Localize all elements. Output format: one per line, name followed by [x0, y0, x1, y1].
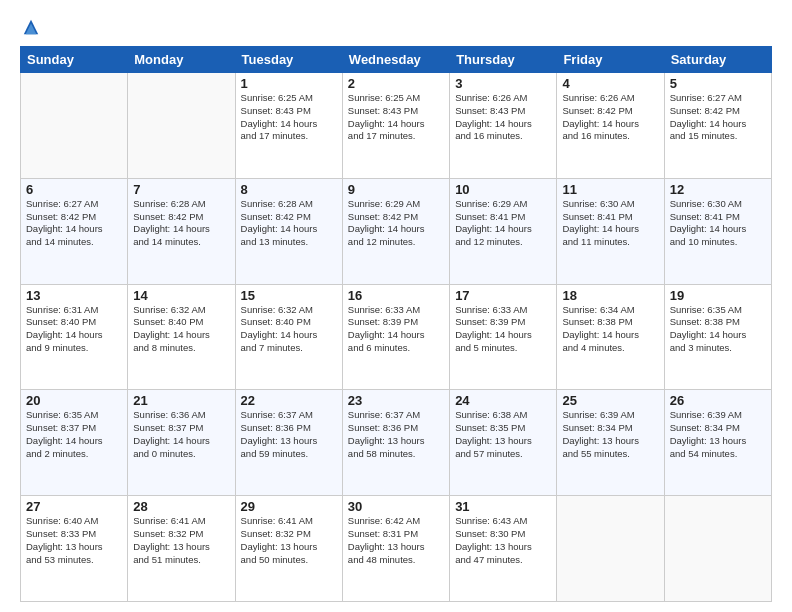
day-number: 8: [241, 182, 337, 197]
calendar-cell: 12Sunrise: 6:30 AM Sunset: 8:41 PM Dayli…: [664, 178, 771, 284]
day-info: Sunrise: 6:25 AM Sunset: 8:43 PM Dayligh…: [241, 92, 337, 143]
day-info: Sunrise: 6:33 AM Sunset: 8:39 PM Dayligh…: [455, 304, 551, 355]
day-number: 26: [670, 393, 766, 408]
day-number: 22: [241, 393, 337, 408]
weekday-header: Saturday: [664, 47, 771, 73]
day-info: Sunrise: 6:30 AM Sunset: 8:41 PM Dayligh…: [562, 198, 658, 249]
calendar-week-row: 6Sunrise: 6:27 AM Sunset: 8:42 PM Daylig…: [21, 178, 772, 284]
day-info: Sunrise: 6:28 AM Sunset: 8:42 PM Dayligh…: [241, 198, 337, 249]
day-info: Sunrise: 6:41 AM Sunset: 8:32 PM Dayligh…: [241, 515, 337, 566]
calendar-cell: 13Sunrise: 6:31 AM Sunset: 8:40 PM Dayli…: [21, 284, 128, 390]
day-number: 30: [348, 499, 444, 514]
day-number: 12: [670, 182, 766, 197]
weekday-header: Friday: [557, 47, 664, 73]
weekday-header: Tuesday: [235, 47, 342, 73]
calendar-cell: 26Sunrise: 6:39 AM Sunset: 8:34 PM Dayli…: [664, 390, 771, 496]
header: [20, 18, 772, 36]
logo: [20, 18, 40, 36]
calendar-cell: 28Sunrise: 6:41 AM Sunset: 8:32 PM Dayli…: [128, 496, 235, 602]
weekday-header: Wednesday: [342, 47, 449, 73]
calendar-cell: 9Sunrise: 6:29 AM Sunset: 8:42 PM Daylig…: [342, 178, 449, 284]
day-info: Sunrise: 6:42 AM Sunset: 8:31 PM Dayligh…: [348, 515, 444, 566]
day-number: 18: [562, 288, 658, 303]
calendar-cell: 1Sunrise: 6:25 AM Sunset: 8:43 PM Daylig…: [235, 73, 342, 179]
calendar-cell: 29Sunrise: 6:41 AM Sunset: 8:32 PM Dayli…: [235, 496, 342, 602]
weekday-header: Monday: [128, 47, 235, 73]
calendar-cell: 2Sunrise: 6:25 AM Sunset: 8:43 PM Daylig…: [342, 73, 449, 179]
calendar-cell: 30Sunrise: 6:42 AM Sunset: 8:31 PM Dayli…: [342, 496, 449, 602]
day-number: 21: [133, 393, 229, 408]
day-number: 1: [241, 76, 337, 91]
day-number: 7: [133, 182, 229, 197]
calendar-cell: 22Sunrise: 6:37 AM Sunset: 8:36 PM Dayli…: [235, 390, 342, 496]
day-number: 31: [455, 499, 551, 514]
day-info: Sunrise: 6:34 AM Sunset: 8:38 PM Dayligh…: [562, 304, 658, 355]
day-number: 2: [348, 76, 444, 91]
day-info: Sunrise: 6:38 AM Sunset: 8:35 PM Dayligh…: [455, 409, 551, 460]
day-number: 23: [348, 393, 444, 408]
day-info: Sunrise: 6:27 AM Sunset: 8:42 PM Dayligh…: [670, 92, 766, 143]
day-number: 27: [26, 499, 122, 514]
day-number: 16: [348, 288, 444, 303]
day-info: Sunrise: 6:28 AM Sunset: 8:42 PM Dayligh…: [133, 198, 229, 249]
day-number: 5: [670, 76, 766, 91]
day-number: 11: [562, 182, 658, 197]
day-info: Sunrise: 6:40 AM Sunset: 8:33 PM Dayligh…: [26, 515, 122, 566]
calendar-cell: 25Sunrise: 6:39 AM Sunset: 8:34 PM Dayli…: [557, 390, 664, 496]
calendar-cell: 8Sunrise: 6:28 AM Sunset: 8:42 PM Daylig…: [235, 178, 342, 284]
day-number: 3: [455, 76, 551, 91]
calendar-cell: 15Sunrise: 6:32 AM Sunset: 8:40 PM Dayli…: [235, 284, 342, 390]
day-info: Sunrise: 6:32 AM Sunset: 8:40 PM Dayligh…: [133, 304, 229, 355]
day-number: 28: [133, 499, 229, 514]
day-info: Sunrise: 6:29 AM Sunset: 8:42 PM Dayligh…: [348, 198, 444, 249]
day-info: Sunrise: 6:25 AM Sunset: 8:43 PM Dayligh…: [348, 92, 444, 143]
calendar-week-row: 1Sunrise: 6:25 AM Sunset: 8:43 PM Daylig…: [21, 73, 772, 179]
day-info: Sunrise: 6:35 AM Sunset: 8:37 PM Dayligh…: [26, 409, 122, 460]
calendar-cell: 11Sunrise: 6:30 AM Sunset: 8:41 PM Dayli…: [557, 178, 664, 284]
day-info: Sunrise: 6:43 AM Sunset: 8:30 PM Dayligh…: [455, 515, 551, 566]
calendar-cell: 6Sunrise: 6:27 AM Sunset: 8:42 PM Daylig…: [21, 178, 128, 284]
calendar-cell: 31Sunrise: 6:43 AM Sunset: 8:30 PM Dayli…: [450, 496, 557, 602]
day-info: Sunrise: 6:37 AM Sunset: 8:36 PM Dayligh…: [241, 409, 337, 460]
calendar-cell: 23Sunrise: 6:37 AM Sunset: 8:36 PM Dayli…: [342, 390, 449, 496]
day-number: 10: [455, 182, 551, 197]
weekday-header: Thursday: [450, 47, 557, 73]
day-number: 20: [26, 393, 122, 408]
calendar-cell: [21, 73, 128, 179]
day-number: 4: [562, 76, 658, 91]
day-number: 25: [562, 393, 658, 408]
calendar-cell: 20Sunrise: 6:35 AM Sunset: 8:37 PM Dayli…: [21, 390, 128, 496]
calendar-cell: [664, 496, 771, 602]
calendar-cell: 21Sunrise: 6:36 AM Sunset: 8:37 PM Dayli…: [128, 390, 235, 496]
day-number: 24: [455, 393, 551, 408]
weekday-header: Sunday: [21, 47, 128, 73]
calendar-week-row: 27Sunrise: 6:40 AM Sunset: 8:33 PM Dayli…: [21, 496, 772, 602]
calendar-cell: 14Sunrise: 6:32 AM Sunset: 8:40 PM Dayli…: [128, 284, 235, 390]
day-info: Sunrise: 6:39 AM Sunset: 8:34 PM Dayligh…: [562, 409, 658, 460]
calendar-cell: 18Sunrise: 6:34 AM Sunset: 8:38 PM Dayli…: [557, 284, 664, 390]
day-number: 15: [241, 288, 337, 303]
calendar-cell: 10Sunrise: 6:29 AM Sunset: 8:41 PM Dayli…: [450, 178, 557, 284]
calendar-table: SundayMondayTuesdayWednesdayThursdayFrid…: [20, 46, 772, 602]
calendar-cell: 24Sunrise: 6:38 AM Sunset: 8:35 PM Dayli…: [450, 390, 557, 496]
calendar-cell: 16Sunrise: 6:33 AM Sunset: 8:39 PM Dayli…: [342, 284, 449, 390]
day-info: Sunrise: 6:33 AM Sunset: 8:39 PM Dayligh…: [348, 304, 444, 355]
day-info: Sunrise: 6:36 AM Sunset: 8:37 PM Dayligh…: [133, 409, 229, 460]
day-number: 6: [26, 182, 122, 197]
calendar-cell: [128, 73, 235, 179]
calendar-header-row: SundayMondayTuesdayWednesdayThursdayFrid…: [21, 47, 772, 73]
day-number: 17: [455, 288, 551, 303]
calendar-cell: 7Sunrise: 6:28 AM Sunset: 8:42 PM Daylig…: [128, 178, 235, 284]
calendar-cell: 5Sunrise: 6:27 AM Sunset: 8:42 PM Daylig…: [664, 73, 771, 179]
day-info: Sunrise: 6:41 AM Sunset: 8:32 PM Dayligh…: [133, 515, 229, 566]
calendar-cell: 17Sunrise: 6:33 AM Sunset: 8:39 PM Dayli…: [450, 284, 557, 390]
page: SundayMondayTuesdayWednesdayThursdayFrid…: [0, 0, 792, 612]
calendar-week-row: 20Sunrise: 6:35 AM Sunset: 8:37 PM Dayli…: [21, 390, 772, 496]
day-number: 19: [670, 288, 766, 303]
day-info: Sunrise: 6:29 AM Sunset: 8:41 PM Dayligh…: [455, 198, 551, 249]
day-info: Sunrise: 6:39 AM Sunset: 8:34 PM Dayligh…: [670, 409, 766, 460]
day-info: Sunrise: 6:26 AM Sunset: 8:43 PM Dayligh…: [455, 92, 551, 143]
day-number: 9: [348, 182, 444, 197]
calendar-cell: 4Sunrise: 6:26 AM Sunset: 8:42 PM Daylig…: [557, 73, 664, 179]
day-info: Sunrise: 6:26 AM Sunset: 8:42 PM Dayligh…: [562, 92, 658, 143]
